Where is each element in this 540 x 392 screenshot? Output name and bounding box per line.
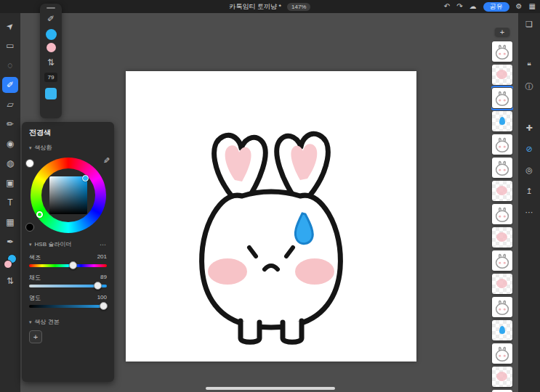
share-button[interactable]: 공유 [483,2,509,12]
eraser-tool[interactable]: ▱ [2,97,18,113]
color-panel-title: 전경색 [29,128,107,138]
layer-thumb[interactable] [492,297,512,317]
saturation-slider-thumb[interactable] [94,282,102,290]
topbar-center: 카톡임티 토끼냥 * 147% [230,2,311,12]
active-color-blue[interactable] [46,29,57,40]
color-panel: 전경색 ▾ 색상환 ✎ ▾ HSB 슬라이더 ⋯ 색조 201 [22,122,114,382]
color-well[interactable] [2,253,18,269]
adjust-tool[interactable]: ⇅ [2,273,18,289]
layer-thumb[interactable] [492,343,512,364]
smudge-tool[interactable]: ◉ [2,136,18,152]
pen-icon: ✒ [7,237,14,247]
app-window: 카톡임티 토끼냥 * 147% ↶ ↷ ☁ 공유 ⚙ ▦ [0,0,540,392]
more-icon[interactable]: ⋯ [525,208,533,216]
hue-slider-label: 색조 [29,253,41,261]
saturation-brightness-square[interactable] [49,176,87,214]
saturation-slider-row: 채도 89 [29,274,107,287]
document-title: 카톡임티 토끼냥 * [230,2,282,12]
brush-color-chip[interactable] [45,88,57,99]
adjust-icon: ⇅ [7,276,14,286]
cloud-sync-icon[interactable]: ☁ [470,3,477,10]
saturation-slider-label: 채도 [29,274,41,282]
drawing-canvas[interactable] [126,71,416,362]
layer-thumb[interactable] [492,41,512,62]
hsb-sliders-section-header[interactable]: ▾ HSB 슬라이더 ⋯ [29,240,107,248]
precision-icon[interactable]: ✚ [525,124,532,132]
swatches-section-label: 색상 견본 [35,318,60,326]
layer-thumb[interactable] [492,320,512,340]
capture-icon[interactable]: ◎ [525,166,533,174]
layer-thumb[interactable] [492,134,512,155]
color-wheel[interactable]: ✎ [31,158,106,233]
white-swatch[interactable] [25,159,34,168]
recent-color-pink[interactable] [47,43,56,52]
more-options-icon[interactable]: ⋯ [100,241,107,248]
hue-selector-marker[interactable] [36,211,43,218]
brush-options-panel: ✐ ⇅ 79 [40,4,62,118]
reference-icon[interactable]: ⊘ [525,145,532,153]
move-icon: ➤ [4,20,16,32]
crop-tool[interactable]: ▣ [2,175,18,191]
export-icon[interactable]: ↥ [525,187,532,195]
text-tool[interactable]: T [2,195,18,211]
swatches-section-header[interactable]: ▾ 색상 견본 [29,318,107,326]
layer-thumbnail-art [492,343,512,364]
shapes-tool[interactable]: ▦ [2,214,18,230]
layer-thumb[interactable] [492,181,512,201]
panel-drag-handle[interactable] [47,7,55,9]
layer-thumb[interactable] [492,204,512,224]
shapes-icon: ▦ [6,217,14,227]
layer-thumb[interactable] [492,88,512,108]
redo-icon[interactable]: ↷ [456,3,462,10]
eyedropper-icon[interactable]: ✎ [103,156,110,166]
add-layer-button[interactable]: + [495,28,509,36]
black-swatch[interactable] [25,223,34,232]
lasso-tool[interactable]: ◌ [2,57,18,73]
left-toolbar: ➤ ▭ ◌ ✐ ▱ ✏ ◉ ◍ ▣ T ▦ ✒ ⇅ [0,13,20,392]
fill-tool[interactable]: ◍ [2,155,18,171]
chevron-down-icon: ▾ [29,145,32,151]
sb-selector-dot[interactable] [82,175,89,181]
brush-tool[interactable]: ✐ [2,77,18,93]
transform-icon: ▭ [6,41,14,51]
brightness-slider-thumb[interactable] [100,302,108,310]
brush-type-icon[interactable]: ✐ [47,15,55,23]
eraser-icon: ▱ [7,99,13,110]
comment-icon[interactable]: ❝ [527,62,531,70]
hue-slider[interactable] [29,264,107,267]
color-wheel-section-header[interactable]: ▾ 색상환 [29,144,107,152]
layer-thumbnail-art [492,204,512,224]
layer-thumb[interactable] [492,111,512,131]
layers-icon[interactable]: ❏ [525,20,533,28]
layer-thumb[interactable] [492,227,512,248]
brightness-slider[interactable] [29,305,107,308]
pen-tool[interactable]: ✒ [2,234,18,250]
topbar-actions: ↶ ↷ ☁ 공유 ⚙ ▦ [444,2,536,12]
apps-grid-icon[interactable]: ▦ [529,3,536,10]
layer-thumb[interactable] [492,274,512,294]
bunny-drawing [126,71,416,362]
layer-thumb[interactable] [492,367,512,387]
move-tool[interactable]: ➤ [2,18,18,34]
info-icon[interactable]: ⓘ [525,83,533,91]
layer-thumbnail-art [492,41,512,62]
pencil-tool[interactable]: ✏ [2,116,18,132]
transform-tool[interactable]: ▭ [2,38,18,54]
layer-thumb[interactable] [492,158,512,178]
hue-slider-thumb[interactable] [69,261,77,269]
undo-icon[interactable]: ↶ [444,3,450,10]
home-indicator[interactable] [206,387,335,390]
brush-size-value[interactable]: 79 [44,73,57,82]
add-swatch-button[interactable]: + [29,330,42,343]
chevron-down-icon: ▾ [29,242,32,248]
saturation-slider-value: 89 [100,274,107,282]
brightness-slider-label: 명도 [29,294,41,302]
brightness-slider-value: 100 [97,294,107,302]
background-color-swatch [4,260,12,269]
saturation-slider[interactable] [29,285,107,287]
zoom-badge[interactable]: 147% [287,3,310,11]
layer-thumb[interactable] [492,65,512,85]
settings-gear-icon[interactable]: ⚙ [516,3,523,10]
swap-colors-icon[interactable]: ⇅ [47,58,55,67]
layer-thumb[interactable] [492,250,512,271]
